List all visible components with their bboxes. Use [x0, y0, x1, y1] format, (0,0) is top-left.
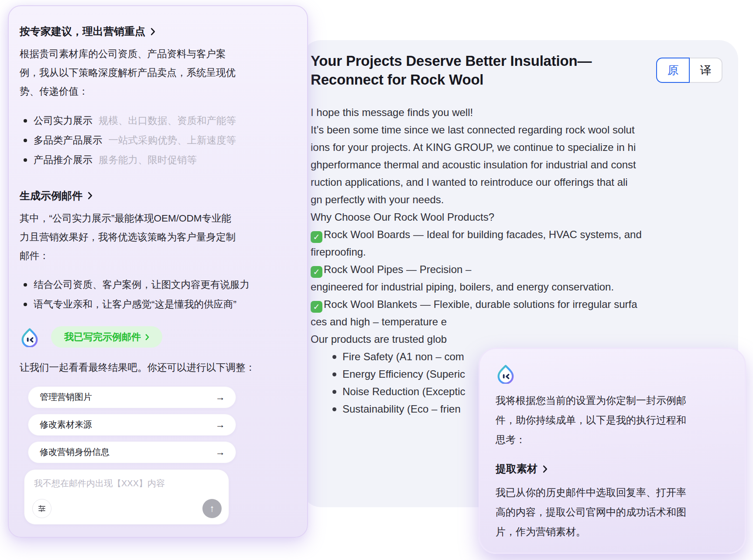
closing-text: 让我们一起看看最终结果吧。你还可以进行以下调整：: [20, 359, 294, 376]
section-title: 按专家建议，理出营销重点: [20, 24, 145, 38]
section-marketing-focus[interactable]: 按专家建议，理出营销重点: [20, 24, 294, 38]
step-title: 提取素材: [496, 462, 537, 476]
chevron-right-icon: [543, 465, 548, 473]
step-extract-material[interactable]: 提取素材: [496, 462, 726, 476]
tune-button[interactable]: [32, 499, 51, 518]
chevron-right-icon: [145, 334, 149, 341]
strategy-list: 公司实力展示规模、出口数据、资质和产能等 多品类产品展示一站式采购优势、上新速度…: [20, 111, 294, 170]
chat-input[interactable]: [24, 470, 229, 500]
section-body: 其中，“公司实力展示”最能体现OEM/ODM专业能 力且营销效果好，我将优选该策…: [20, 209, 294, 265]
action-edit-material-source[interactable]: 修改素材来源 →: [28, 414, 236, 436]
product-line-pipes: ✓Rock Wool Pipes — Precision – engineere…: [311, 261, 727, 296]
tips-list: 结合公司资质、客户案例，让图文内容更有说服力 语气专业亲和，让客户感觉“这是懂我…: [20, 275, 294, 314]
section-title: 生成示例邮件: [20, 189, 82, 203]
email-why-heading: Why Choose Our Rock Wool Products?: [311, 208, 727, 226]
assistant-popup: 我将根据您当前的设置为你定制一封示例邮 件，助你持续成单，以下是我的执行过程和 …: [479, 348, 746, 554]
chat-input-box: ↑: [24, 469, 229, 525]
tune-icon: [38, 504, 46, 513]
tip-item: 结合公司资质、客户案例，让图文内容更有说服力: [20, 275, 294, 294]
assistant-mascot-icon: [496, 364, 516, 384]
action-edit-marketing-identity[interactable]: 修改营销身份信息 →: [28, 441, 236, 463]
app-canvas: Your Projects Deserve Better Insulation—…: [0, 0, 753, 560]
arrow-right-icon: →: [216, 447, 225, 458]
strategy-item: 多品类产品展示一站式采购优势、上新速度等: [20, 130, 294, 150]
check-icon: ✓: [311, 231, 322, 243]
strategy-item: 产品推介展示服务能力、限时促销等: [20, 150, 294, 170]
product-line-boards: ✓Rock Wool Boards — Ideal for building f…: [311, 226, 727, 261]
chevron-right-icon: [151, 27, 155, 36]
arrow-right-icon: →: [216, 419, 225, 430]
assistant-panel: 按专家建议，理出营销重点 根据贵司素材库的公司资质、产品资料与客户案 例，我从以…: [8, 5, 308, 538]
email-greeting: I hope this message finds you well!: [311, 104, 727, 121]
done-row: 我已写完示例邮件: [20, 326, 294, 348]
send-button[interactable]: ↑: [202, 499, 222, 518]
arrow-up-icon: ↑: [210, 503, 215, 514]
email-paragraph: It’s been some time since we last connec…: [311, 121, 727, 208]
check-icon: ✓: [311, 266, 322, 278]
tip-item: 语气专业亲和，让客户感觉“这是懂我的供应商”: [20, 294, 294, 314]
product-line-blankets: ✓Rock Wool Blankets — Flexible, durable …: [311, 296, 727, 331]
action-manage-images[interactable]: 管理营销图片 →: [28, 386, 236, 408]
section-body: 根据贵司素材库的公司资质、产品资料与客户案 例，我从以下策略深度解析产品卖点，系…: [20, 44, 294, 101]
chevron-right-icon: [88, 191, 92, 200]
section-generate-email[interactable]: 生成示例邮件: [20, 189, 294, 203]
check-icon: ✓: [311, 301, 322, 313]
email-done-button[interactable]: 我已写完示例邮件: [51, 326, 162, 348]
language-toggle: 原 译: [656, 58, 722, 83]
assistant-mascot-icon: [20, 327, 40, 347]
email-title: Your Projects Deserve Better Insulation—…: [311, 51, 660, 89]
toggle-translated-button[interactable]: 译: [689, 58, 722, 83]
toggle-original-button[interactable]: 原: [656, 58, 690, 83]
step-body: 我已从你的历史邮件中选取回复率、打开率 高的内容，提取公司官网中的成功话术和图 …: [496, 483, 726, 542]
arrow-right-icon: →: [216, 392, 225, 403]
email-trusted-line: Our products are trusted glob: [311, 331, 727, 348]
strategy-item: 公司实力展示规模、出口数据、资质和产能等: [20, 111, 294, 130]
popup-intro: 我将根据您当前的设置为你定制一封示例邮 件，助你持续成单，以下是我的执行过程和 …: [496, 391, 726, 450]
